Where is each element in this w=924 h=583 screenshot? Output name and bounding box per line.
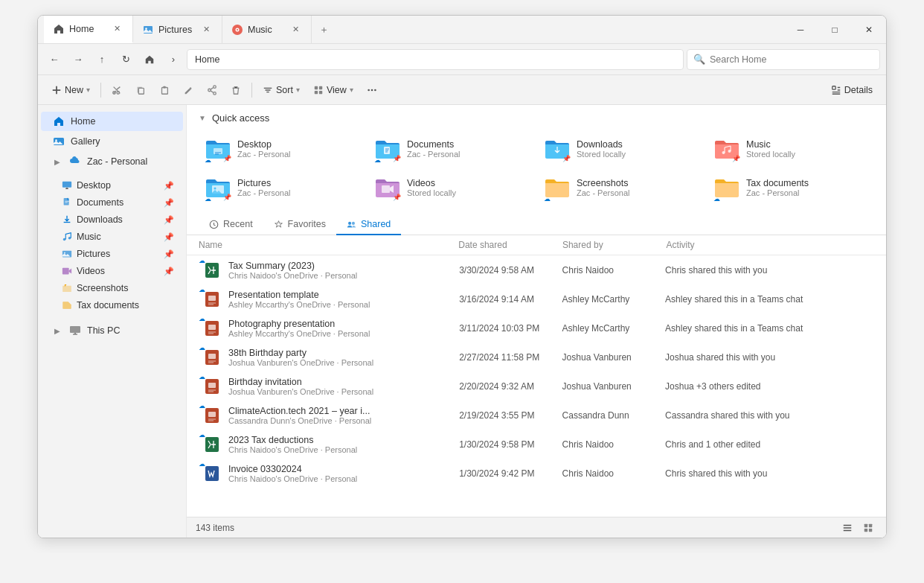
up-button[interactable]: ↑ [92,49,112,70]
rename-button[interactable] [177,79,199,101]
list-view-icon [842,523,853,533]
view-button[interactable]: View ▾ [307,79,359,101]
search-input[interactable] [710,54,873,65]
address-input[interactable] [187,49,684,70]
table-row[interactable]: ☁ ClimateAction.tech 2021 – year i... Ca… [190,401,883,430]
maximize-button[interactable]: □ [818,16,852,43]
svg-rect-47 [208,296,216,301]
sidebar-item-tax-documents[interactable]: Tax documents [41,297,183,313]
file-title-5: Birthday invitation [228,377,373,387]
table-row[interactable]: ☁ 2023 Tax deductions Chris Naidoo's One… [190,430,883,459]
sidebar-item-pictures[interactable]: Pictures 📌 [41,246,183,262]
sidebar-item-zac-personal[interactable]: ▶ Zac - Personal [41,152,183,171]
file-name-info-6: ClimateAction.tech 2021 – year i... Cass… [228,406,371,425]
table-row[interactable]: ☁ Tax Summary (2023) Chris Naidoo's OneD… [190,256,883,284]
file-date-7: 1/30/2024 9:58 PM [459,439,562,450]
share-button[interactable] [201,79,223,101]
recent-icon [209,220,219,229]
qa-item-music[interactable]: 📌 Music Stored locally [708,131,874,167]
file-name-cell-7: ☁ 2023 Tax deductions Chris Naidoo's One… [202,434,459,455]
svg-rect-16 [319,90,322,93]
music-qa-pin: 📌 [732,155,740,162]
home-nav-button[interactable] [139,49,160,70]
file-title-1: Tax Summary (2023) [228,261,357,271]
cloud-badge-6: ☁ [199,402,205,410]
screenshots-cloud-badge: ☁ [544,195,551,203]
details-button[interactable]: Details [825,82,879,98]
sort-button[interactable]: Sort ▾ [257,79,306,101]
new-tab-button[interactable]: ＋ [312,16,336,43]
cut-button[interactable] [106,79,128,101]
minimize-button[interactable]: ─ [783,16,818,43]
cloud-badge-1: ☁ [199,257,205,264]
documents-sidebar-icon [62,197,72,208]
share-icon [207,85,217,95]
sidebar-item-gallery[interactable]: Gallery [41,132,183,151]
documents-qa-pin: 📌 [393,155,401,162]
back-button[interactable]: ← [44,49,65,70]
qa-item-screenshots[interactable]: ☁ Screenshots Zac - Personal [538,170,705,206]
tab-music[interactable]: Music ✕ [222,16,312,43]
forward-nav-button[interactable]: › [163,49,184,70]
paste-icon [159,85,170,95]
desktop-qa-sub: Zac - Personal [237,150,359,159]
tab-home-close[interactable]: ✕ [110,22,123,36]
table-row[interactable]: ☁ Presentation template Ashley Mccarthy'… [190,285,883,313]
refresh-button[interactable]: ↻ [115,49,136,70]
list-view-button[interactable] [838,520,856,536]
file-name-cell-4: ☁ 38th Birthday party Joshua Vanburen's … [202,347,459,368]
svg-point-30 [68,237,71,240]
tab-recent[interactable]: Recent [199,214,263,235]
table-row[interactable]: ☁ Birthday invitation Joshua Vanburen's … [190,372,883,401]
sidebar-item-home[interactable]: Home [41,112,183,131]
quick-access-header[interactable]: ▼ Quick access [199,112,874,124]
table-row[interactable]: ☁ 38th Birthday party Joshua Vanburen's … [190,343,883,372]
new-button[interactable]: New ▾ [45,79,96,101]
svg-point-32 [64,252,65,254]
ppt-icon-6 [203,407,221,424]
qa-item-downloads[interactable]: 📌 Downloads Stored locally [538,131,705,167]
tab-shared[interactable]: Shared [336,214,401,235]
videos-sidebar-icon [62,266,72,276]
tab-pictures-close[interactable]: ✕ [199,23,213,36]
file-name-info-5: Birthday invitation Joshua Vanburen's On… [228,377,373,396]
table-row[interactable]: ☁ Photography presentation Ashley Mccart… [190,314,883,343]
paste-button[interactable] [153,79,176,101]
forward-button[interactable]: → [68,49,89,70]
tab-music-close[interactable]: ✕ [289,23,302,36]
qa-item-videos[interactable]: 📌 Videos Stored locally [368,170,535,206]
delete-button[interactable] [225,79,247,101]
file-name-info-3: Photography presentation Ashley Mccarthy… [228,319,370,338]
sidebar-item-desktop[interactable]: Desktop 📌 [41,177,183,194]
sidebar-item-music[interactable]: Music 📌 [41,229,183,245]
sort-icon [263,85,273,95]
expand-this-pc-icon[interactable]: ▶ [53,326,62,335]
svg-point-11 [214,92,216,95]
sidebar-item-this-pc[interactable]: ▶ This PC [41,321,183,340]
qa-item-pictures[interactable]: ☁ 📌 Pictures Zac - Personal [199,170,365,206]
copy-button[interactable] [129,79,152,101]
expand-zac-icon[interactable]: ▶ [53,157,62,166]
file-name-cell-3: ☁ Photography presentation Ashley Mccart… [202,318,459,339]
file-path-7: Chris Naidoo's OneDrive · Personal [228,445,357,454]
sidebar-item-downloads[interactable]: Downloads 📌 [41,211,183,228]
file-panel: ▼ Quick access ☁ [187,105,886,538]
sidebar-item-videos[interactable]: Videos 📌 [41,263,183,279]
file-title-8: Invoice 03302024 [228,464,357,474]
sidebar-item-documents[interactable]: Documents 📌 [41,194,183,211]
table-row[interactable]: ☁ Invoice 03302024 Chris Naidoo's OneDri… [190,459,883,488]
qa-item-documents[interactable]: ☁ 📌 Documents Zac - Personal [368,131,535,167]
qa-item-desktop[interactable]: ☁ 📌 Desktop Zac - Personal [199,131,365,167]
downloads-qa-info: Downloads Stored locally [577,139,699,159]
sidebar-item-gallery-label: Gallery [71,136,100,147]
tab-home[interactable]: Home ✕ [44,16,133,43]
tab-favorites[interactable]: Favorites [263,214,336,235]
file-shared-by-6: Cassandra Dunn [562,410,665,421]
sidebar-item-screenshots[interactable]: Screenshots [41,280,183,296]
close-button[interactable]: ✕ [852,16,886,43]
more-button[interactable] [361,79,383,101]
tab-pictures[interactable]: Pictures ✕ [133,16,222,43]
file-activity-6: Cassandra shared this with you [665,410,871,421]
qa-item-tax-documents[interactable]: ☁ Tax documents Zac - Personal [708,170,874,206]
grid-view-button[interactable] [859,520,877,536]
